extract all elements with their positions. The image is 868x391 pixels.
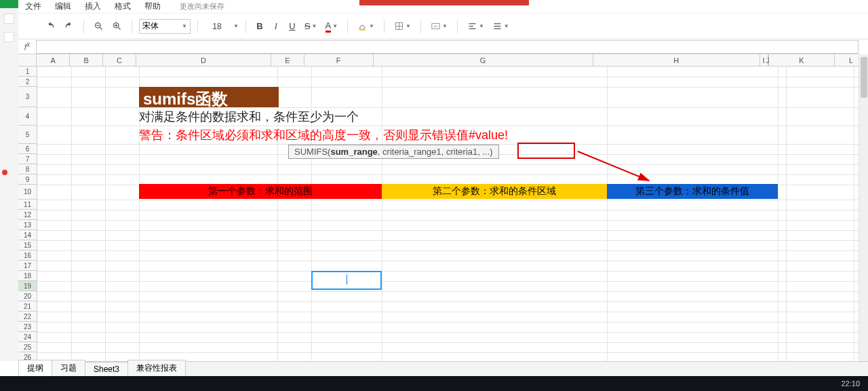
formula-bar: fx: [18, 39, 859, 54]
row-header-22[interactable]: 22: [18, 312, 37, 322]
scroll-thumb[interactable]: [861, 57, 867, 98]
row-header-8[interactable]: 8: [18, 164, 37, 174]
row-header-9[interactable]: 9: [18, 174, 37, 185]
strike-button[interactable]: S▼: [302, 18, 320, 35]
os-taskbar: 22:10: [0, 376, 868, 391]
select-all-corner[interactable]: [18, 54, 37, 67]
borders-button[interactable]: ▼: [391, 18, 414, 35]
menu-edit[interactable]: 编辑: [48, 1, 78, 12]
zoom-out-button[interactable]: [91, 18, 106, 35]
rail-item[interactable]: [4, 32, 14, 42]
row-header-17[interactable]: 17: [18, 261, 37, 271]
menu-format[interactable]: 格式: [108, 1, 138, 12]
row-header-6[interactable]: 6: [18, 144, 37, 154]
col-header-D[interactable]: D: [136, 54, 271, 67]
left-rail: [0, 8, 18, 361]
row-header-2[interactable]: 2: [18, 77, 37, 87]
notification-dot-icon: [2, 170, 7, 175]
row-header-24[interactable]: 24: [18, 332, 37, 342]
tab-exercises[interactable]: 习题: [52, 360, 85, 376]
spreadsheet-grid[interactable]: ABCDEFGHIJKL 123456789101112131415161718…: [18, 54, 868, 361]
undo-button[interactable]: [43, 18, 58, 35]
zoom-in-button[interactable]: [109, 18, 125, 35]
row-header-19[interactable]: 19: [18, 281, 37, 291]
row-header-5[interactable]: 5: [18, 126, 37, 144]
italic-button[interactable]: I: [269, 18, 283, 35]
param1-bar: 第一个参数：求和的范围: [139, 184, 382, 199]
row-header-7[interactable]: 7: [18, 154, 37, 164]
row-header-20[interactable]: 20: [18, 291, 37, 301]
tab-outline[interactable]: 提纲: [18, 360, 52, 376]
row-header-12[interactable]: 12: [18, 210, 37, 220]
rail-item[interactable]: [4, 14, 14, 24]
fx-icon: fx: [18, 41, 36, 52]
row-header-21[interactable]: 21: [18, 301, 37, 312]
col-header-E[interactable]: E: [271, 54, 304, 67]
sheet-tabs: 提纲 习题 Sheet3 兼容性报表: [18, 361, 868, 376]
row-header-23[interactable]: 23: [18, 322, 37, 332]
app-corner: [0, 0, 18, 8]
banner-strip: [359, 0, 529, 5]
vertical-scrollbar[interactable]: [859, 54, 868, 361]
cell-description: 对满足条件的数据求和，条件至少为一个: [139, 109, 359, 125]
menu-file[interactable]: 文件: [18, 1, 48, 12]
col-header-B[interactable]: B: [70, 54, 103, 67]
font-size-select[interactable]: 18: [205, 18, 229, 35]
tab-sheet3[interactable]: Sheet3: [85, 362, 128, 376]
svg-rect-2: [359, 29, 366, 31]
col-header-A[interactable]: A: [37, 54, 70, 67]
col-header-C[interactable]: C: [103, 54, 136, 67]
row-header-18[interactable]: 18: [18, 271, 37, 281]
save-status: 更改尚未保存: [180, 1, 224, 12]
function-tooltip: SUMIFS(sum_range, criteria_range1, crite…: [288, 145, 499, 159]
valign-button[interactable]: ▼: [490, 18, 512, 35]
merge-button[interactable]: ▼: [428, 18, 450, 35]
row-header-15[interactable]: 15: [18, 240, 37, 250]
row-header-10[interactable]: 10: [18, 185, 37, 200]
menu-insert[interactable]: 插入: [78, 1, 108, 12]
param3-bar: 第三个参数：求和的条件值: [607, 184, 778, 199]
cell-title: sumifs函数: [139, 87, 279, 107]
redo-button[interactable]: [61, 18, 77, 35]
align-button[interactable]: ▼: [465, 18, 487, 35]
row-header-11[interactable]: 11: [18, 200, 37, 210]
row-header-13[interactable]: 13: [18, 220, 37, 230]
bold-button[interactable]: B: [253, 18, 267, 35]
toolbar: 宋体▼ 18▼ B I U S▼ A▼ ▼ ▼ ▼ ▼ ▼: [18, 14, 868, 39]
formula-input[interactable]: [36, 40, 859, 54]
row-header-4[interactable]: 4: [18, 107, 37, 126]
cell-warning: 警告：条件区域必须和求和区域的高度一致，否则显示错误值#value!: [139, 127, 508, 143]
font-select[interactable]: 宋体▼: [139, 19, 191, 34]
font-color-button[interactable]: A▼: [323, 18, 341, 35]
menu-help[interactable]: 帮助: [138, 1, 167, 12]
col-header-G[interactable]: G: [374, 54, 593, 67]
col-header-K[interactable]: K: [769, 54, 835, 67]
col-header-H[interactable]: H: [593, 54, 760, 67]
selected-cell[interactable]: [311, 271, 382, 290]
col-header-F[interactable]: F: [304, 54, 374, 67]
clock: 22:10: [841, 379, 860, 388]
param2-bar: 第二个参数：求和的条件区域: [382, 184, 607, 199]
tab-compat[interactable]: 兼容性报表: [127, 360, 186, 376]
row-header-25[interactable]: 25: [18, 342, 37, 352]
row-header-1[interactable]: 1: [18, 67, 37, 77]
underline-button[interactable]: U: [285, 18, 299, 35]
row-header-3[interactable]: 3: [18, 87, 37, 107]
row-header-14[interactable]: 14: [18, 230, 37, 240]
fill-color-button[interactable]: ▼: [355, 18, 377, 35]
row-header-16[interactable]: 16: [18, 250, 37, 261]
